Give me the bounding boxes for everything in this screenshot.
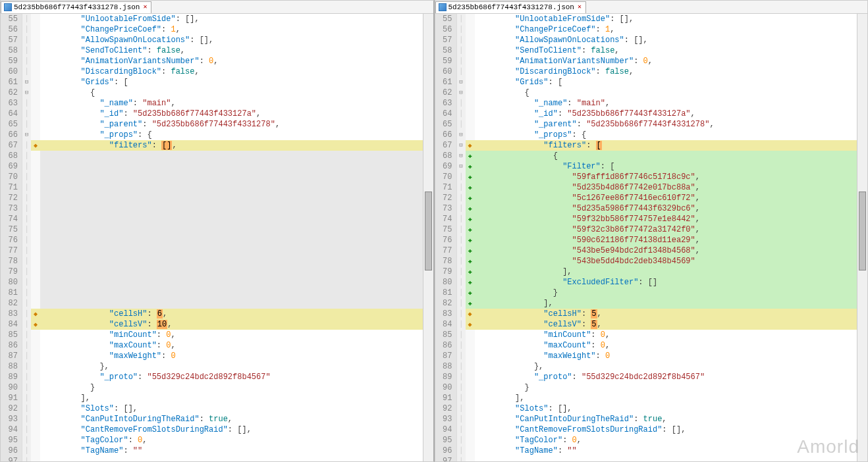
code-text[interactable]: ], — [475, 298, 868, 309]
right-file-tab[interactable]: 5d235bb686f77443f4331278.json ✕ — [435, 1, 586, 13]
fold-marker[interactable] — [456, 109, 466, 119]
fold-marker[interactable] — [22, 298, 31, 309]
code-line[interactable]: 79 ], — [435, 267, 868, 277]
fold-marker[interactable] — [22, 340, 31, 351]
code-text[interactable]: "_name": "main", — [475, 98, 868, 109]
code-line[interactable]: 88 }, — [435, 361, 868, 372]
right-scrollbar[interactable] — [857, 14, 867, 461]
fold-marker[interactable] — [22, 372, 31, 382]
code-line[interactable]: 58 "SendToClient": false, — [435, 45, 868, 56]
fold-marker[interactable] — [456, 130, 466, 140]
fold-marker[interactable] — [22, 288, 31, 298]
code-line[interactable]: 78 "543be5dd4bdc2deb348b4569" — [435, 256, 868, 267]
code-line[interactable]: 64 "_id": "5d235bb686f77443f433127a", — [435, 109, 868, 119]
code-line[interactable]: 77 "543be5e94bdc2df1348b4568", — [435, 245, 868, 256]
code-line[interactable]: 86 "maxCount": 0, — [1, 340, 433, 351]
code-line[interactable]: 75 — [1, 224, 433, 235]
code-line[interactable]: 59 "AnimationVariantsNumber": 0, — [1, 56, 433, 66]
fold-marker[interactable] — [456, 245, 466, 256]
code-text[interactable]: "59f32c3b86f77472a31742f0", — [475, 224, 868, 235]
code-line[interactable]: 76 — [1, 235, 433, 245]
code-text[interactable]: "CanPutIntoDuringTheRaid": true, — [40, 414, 433, 424]
code-text[interactable]: } — [475, 288, 868, 298]
code-text[interactable] — [40, 193, 433, 203]
fold-marker[interactable] — [22, 277, 31, 288]
code-line[interactable]: 69 — [1, 161, 433, 172]
code-line[interactable]: 65 "_parent": "5d235bb686f77443f4331278"… — [1, 119, 433, 130]
code-text[interactable] — [40, 235, 433, 245]
fold-marker[interactable] — [22, 456, 31, 461]
code-line[interactable]: 96 "TagName": "" — [1, 446, 433, 456]
fold-marker[interactable] — [22, 88, 31, 98]
fold-marker[interactable] — [22, 256, 31, 267]
code-line[interactable]: 63 "_name": "main", — [1, 98, 433, 109]
fold-marker[interactable] — [22, 98, 31, 109]
code-text[interactable]: "Grids": [ — [475, 77, 868, 88]
code-text[interactable]: "_parent": "5d235bb686f77443f4331278", — [475, 119, 868, 130]
code-text[interactable]: "ChangePriceCoef": 1, — [475, 24, 868, 35]
code-text[interactable]: "CantRemoveFromSlotsDuringRaid": [], — [40, 424, 433, 435]
fold-marker[interactable] — [22, 361, 31, 372]
code-line[interactable]: 60 "DiscardingBlock": false, — [435, 66, 868, 77]
code-text[interactable] — [40, 288, 433, 298]
code-line[interactable]: 91 ], — [435, 393, 868, 403]
code-text[interactable] — [40, 456, 433, 461]
code-line[interactable]: 67 "filters": [ — [435, 140, 868, 151]
fold-marker[interactable] — [456, 88, 466, 98]
code-line[interactable]: 70 "59faff1d86f7746c51718c9c", — [435, 172, 868, 182]
code-line[interactable]: 72 — [1, 193, 433, 203]
code-line[interactable]: 68 { — [435, 151, 868, 161]
code-line[interactable]: 82 — [1, 298, 433, 309]
code-text[interactable]: "543be5e94bdc2df1348b4568", — [475, 245, 868, 256]
code-text[interactable]: } — [40, 382, 433, 393]
fold-marker[interactable] — [456, 140, 466, 151]
code-text[interactable]: "Slots": [], — [475, 403, 868, 414]
code-line[interactable]: 73 — [1, 203, 433, 214]
code-line[interactable]: 93 "CanPutIntoDuringTheRaid": true, — [435, 414, 868, 424]
fold-marker[interactable] — [456, 151, 466, 161]
fold-marker[interactable] — [456, 288, 466, 298]
fold-marker[interactable] — [456, 319, 466, 330]
fold-marker[interactable] — [456, 182, 466, 193]
code-text[interactable] — [475, 456, 868, 461]
code-line[interactable]: 78 — [1, 256, 433, 267]
code-line[interactable]: 84 "cellsV": 5, — [435, 319, 868, 330]
fold-marker[interactable] — [456, 56, 466, 66]
fold-marker[interactable] — [22, 403, 31, 414]
code-text[interactable]: }, — [40, 361, 433, 372]
code-line[interactable]: 56 "ChangePriceCoef": 1, — [1, 24, 433, 35]
code-line[interactable]: 69 "Filter": [ — [435, 161, 868, 172]
code-line[interactable]: 89 "_proto": "55d329c24bdc2d892f8b4567" — [1, 372, 433, 382]
fold-marker[interactable] — [456, 14, 466, 24]
fold-marker[interactable] — [456, 203, 466, 214]
fold-marker[interactable] — [456, 446, 466, 456]
code-text[interactable]: } — [475, 382, 868, 393]
fold-marker[interactable] — [456, 372, 466, 382]
fold-marker[interactable] — [22, 214, 31, 224]
code-line[interactable]: 70 — [1, 172, 433, 182]
fold-marker[interactable] — [456, 119, 466, 130]
code-text[interactable]: "TagColor": 0, — [40, 435, 433, 446]
code-text[interactable] — [40, 182, 433, 193]
code-line[interactable]: 62 { — [1, 88, 433, 98]
fold-marker[interactable] — [456, 382, 466, 393]
code-text[interactable]: "maxCount": 0, — [475, 340, 868, 351]
fold-marker[interactable] — [456, 267, 466, 277]
code-text[interactable]: "maxWeight": 0 — [40, 351, 433, 361]
code-text[interactable]: "_id": "5d235bb686f77443f433127a", — [475, 109, 868, 119]
fold-marker[interactable] — [22, 77, 31, 88]
code-text[interactable] — [40, 256, 433, 267]
fold-marker[interactable] — [22, 267, 31, 277]
code-line[interactable]: 95 "TagColor": 0, — [435, 435, 868, 446]
code-line[interactable]: 77 — [1, 245, 433, 256]
code-line[interactable]: 55 "UnlootableFromSide": [], — [435, 14, 868, 24]
code-line[interactable]: 64 "_id": "5d235bb686f77443f433127a", — [1, 109, 433, 119]
fold-marker[interactable] — [456, 235, 466, 245]
fold-marker[interactable] — [456, 66, 466, 77]
code-line[interactable]: 58 "SendToClient": false, — [1, 45, 433, 56]
fold-marker[interactable] — [22, 182, 31, 193]
fold-marker[interactable] — [22, 414, 31, 424]
code-text[interactable]: "_proto": "55d329c24bdc2d892f8b4567" — [475, 372, 868, 382]
code-text[interactable]: "_name": "main", — [40, 98, 433, 109]
code-text[interactable]: "minCount": 0, — [475, 330, 868, 340]
